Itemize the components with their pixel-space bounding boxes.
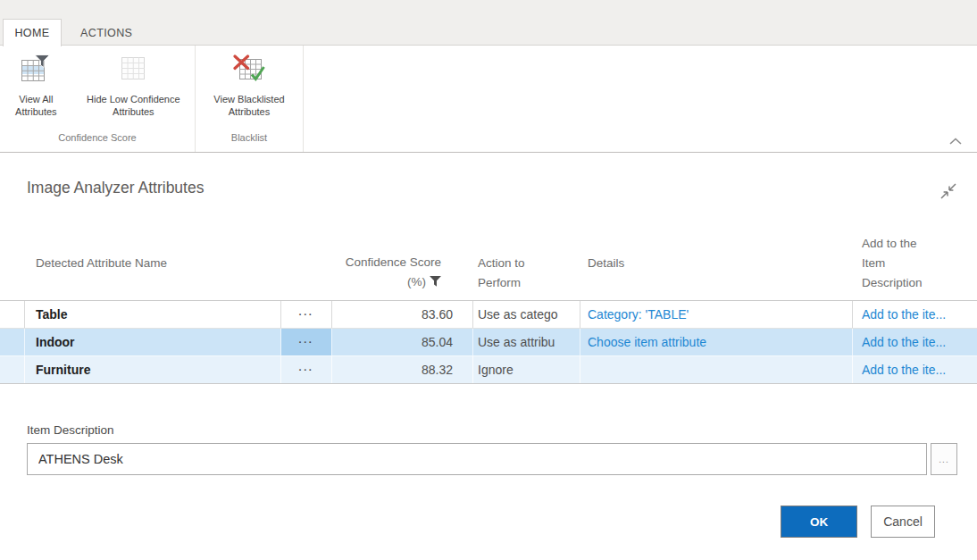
dialog-footer: OK Cancel [0,506,977,538]
page-title: Image Analyzer Attributes [27,179,977,197]
confidence-score-cell[interactable]: 83.60 [332,301,473,328]
column-header-add-to-item-description[interactable]: Add to the Item Description [853,234,977,300]
details-link[interactable]: Choose item attribute [580,329,853,355]
cancel-button[interactable]: Cancel [871,506,935,538]
ribbon-tabbar: HOME ACTIONS [0,0,977,46]
ribbon-group-blacklist: View Blacklisted Attributes Blacklist [196,46,304,152]
collapse-ribbon-chevron-up-icon[interactable] [948,133,964,149]
attributes-table: Detected Attribute Name Confidence Score… [0,225,977,384]
group-label-confidence-score: Confidence Score [0,130,195,152]
row-selector-cell[interactable] [0,301,25,328]
assist-edit-button[interactable]: ··· [281,329,332,355]
action-to-perform-cell[interactable]: Use as catego [473,301,580,328]
assist-edit-button[interactable]: ··· [281,356,332,383]
column-header-action-to-perform[interactable]: Action to Perform [473,254,580,300]
add-to-item-description-link[interactable]: Add to the ite... [853,301,977,328]
item-description-input[interactable] [27,443,927,475]
add-to-item-description-link[interactable]: Add to the ite... [853,356,977,383]
column-header-details[interactable]: Details [580,254,853,300]
details-link[interactable] [580,356,853,383]
attribute-name-cell[interactable]: Table [25,301,281,328]
hide-low-confidence-button[interactable]: Hide Low Confidence Attributes [72,52,195,120]
view-all-attributes-label: View All Attributes [3,93,70,118]
ok-button[interactable]: OK [781,506,857,538]
table-row: Furniture ··· 88.32 Ignore Add to the it… [0,356,977,384]
action-to-perform-cell[interactable]: Ignore [473,356,580,383]
filter-icon [430,273,441,293]
tab-actions[interactable]: ACTIONS [70,19,143,46]
table-header-row: Detected Attribute Name Confidence Score… [0,225,977,301]
table-row: Table ··· 83.60 Use as catego Category: … [0,301,977,329]
collapse-arrows-icon[interactable] [939,181,958,205]
table-filter-icon [21,54,51,93]
table-faded-icon [118,54,148,93]
row-selector-cell[interactable] [0,329,25,355]
details-link[interactable]: Category: 'TABLE' [580,301,853,328]
add-to-item-description-link[interactable]: Add to the ite... [853,329,977,355]
confidence-score-cell[interactable]: 88.32 [332,356,473,383]
view-blacklisted-attributes-label: View Blacklisted Attributes [198,93,300,118]
tab-home[interactable]: HOME [3,19,62,46]
attribute-name-cell[interactable]: Furniture [25,356,281,383]
table-blacklist-icon [233,54,265,93]
view-all-attributes-button[interactable]: View All Attributes [0,52,72,120]
item-description-assist-button[interactable]: ... [931,443,957,475]
ribbon-group-confidence-score: View All Attributes Hide Low Confidence … [0,46,196,152]
item-description-label: Item Description [27,423,977,437]
assist-edit-button[interactable]: ··· [281,301,332,328]
column-header-detected-attribute-name[interactable]: Detected Attribute Name [0,254,332,300]
item-description-field-row: ... [27,443,977,475]
group-label-blacklist: Blacklist [196,130,303,152]
table-row: Indoor ··· 85.04 Use as attribu Choose i… [0,329,977,356]
confidence-score-cell[interactable]: 85.04 [332,329,473,355]
view-blacklisted-attributes-button[interactable]: View Blacklisted Attributes [196,52,303,120]
action-to-perform-cell[interactable]: Use as attribu [473,329,580,355]
hide-low-confidence-label: Hide Low Confidence Attributes [75,93,192,118]
image-analyzer-dialog: HOME ACTIONS View All Attributes [0,0,977,560]
row-selector-cell[interactable] [0,356,25,383]
attribute-name-cell[interactable]: Indoor [25,329,281,355]
column-header-confidence-score[interactable]: Confidence Score (%) [332,253,473,300]
ribbon: View All Attributes Hide Low Confidence … [0,46,977,153]
